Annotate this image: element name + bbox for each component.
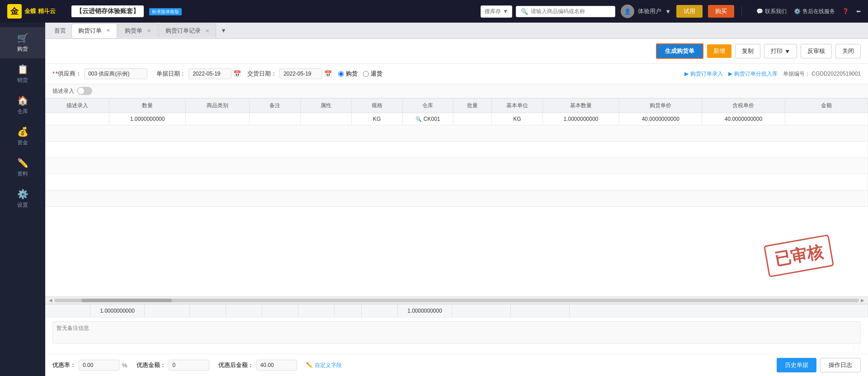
- trial-button[interactable]: 试用: [676, 5, 703, 18]
- warehouse-search-icon[interactable]: 🔍: [415, 116, 422, 122]
- sidebar: 🛒 购货 📋 销货 🏠 仓库 💰 资金 ✏️ 资料 ⚙️ 设置: [0, 23, 45, 376]
- quick-actions: ▶ 购货订单录入 ▶ 购货订单分批入库 单据编号： CGDD2022051900…: [684, 70, 861, 78]
- discount-rate-field: 优惠率： %: [52, 360, 127, 371]
- top-bar: 金 金蝶 精斗云 【云进销存体验账套】 标准版体验版 搜库存 ▼ 🔍 👤 体验用…: [0, 0, 868, 23]
- sidebar-item-warehouse[interactable]: 🏠 仓库: [0, 90, 45, 121]
- cell-warehouse[interactable]: 🔍 CK001: [402, 113, 453, 125]
- purchase-icon: 🛒: [17, 33, 28, 43]
- sidebar-item-label-finance: 资金: [17, 139, 28, 147]
- sum-cell-bqty: 1.0000000000: [398, 305, 452, 317]
- toggle-switch[interactable]: [77, 87, 92, 95]
- tab-purchase-order-record[interactable]: 购货订单记录 ✕: [159, 24, 216, 38]
- search-input-wrap: 🔍: [516, 6, 615, 17]
- discount-rate-input[interactable]: [79, 360, 119, 371]
- tab-close-purchase-goods[interactable]: ✕: [147, 28, 151, 34]
- radio-purchase[interactable]: 购货: [338, 70, 358, 78]
- quick-btn-entry[interactable]: ▶ 购货订单录入: [684, 70, 723, 78]
- custom-field-link[interactable]: ✏️ 自定义字段: [306, 362, 342, 369]
- sum-cell-wh: [298, 305, 335, 317]
- cell-unit-price[interactable]: 40.0000000000: [619, 113, 702, 125]
- scroll-thumb[interactable]: [81, 299, 172, 302]
- back-icon: ⬅: [856, 8, 861, 14]
- col-spec: 规格: [351, 99, 402, 113]
- tab-bar: 首页 购货订单 ✕ 购货单 ✕ 购货订单记录 ✕ ▼: [45, 23, 868, 39]
- cell-base-qty[interactable]: 1.0000000000: [542, 113, 619, 125]
- tab-home[interactable]: 首页: [50, 24, 71, 38]
- sidebar-item-sales[interactable]: 📋 销货: [0, 58, 45, 90]
- new-button[interactable]: 新增: [707, 44, 731, 58]
- discount-amount-input[interactable]: [169, 360, 209, 371]
- table-row-empty-2: [46, 142, 868, 158]
- sidebar-item-purchase[interactable]: 🛒 购货: [0, 27, 45, 58]
- col-attr: 属性: [301, 99, 352, 113]
- cell-desc[interactable]: [46, 113, 109, 125]
- buy-button[interactable]: 购买: [708, 5, 734, 18]
- remarks-input[interactable]: [52, 321, 861, 344]
- cell-base-unit[interactable]: KG: [491, 113, 542, 125]
- table-row-empty-1: [46, 125, 868, 142]
- delivery-date-calendar-icon[interactable]: 📅: [324, 70, 332, 77]
- search-area: 搜库存 ▼ 🔍: [481, 5, 615, 18]
- scroll-right-arrow[interactable]: ▶: [859, 298, 866, 303]
- cell-attr[interactable]: [301, 113, 352, 125]
- sidebar-item-finance[interactable]: 💰 资金: [0, 121, 45, 152]
- cell-qty[interactable]: 1.0000000000: [109, 113, 186, 125]
- scroll-left-arrow[interactable]: ◀: [47, 298, 54, 303]
- col-amount: 金额: [785, 99, 868, 113]
- tab-purchase-order[interactable]: 购货订单 ✕: [71, 24, 117, 38]
- history-button[interactable]: 历史单据: [777, 358, 816, 372]
- toolbar: 生成购货单 新增 复制 打印 ▼ 反审核 关闭: [45, 39, 868, 64]
- sum-cell-uprice: [452, 305, 511, 317]
- cell-remark[interactable]: [250, 113, 301, 125]
- col-qty: 数量: [109, 99, 186, 113]
- supplier-label: *供应商：: [52, 70, 81, 78]
- contact-link[interactable]: 💬 联系我们: [756, 8, 787, 15]
- tab-purchase-goods[interactable]: 购货单 ✕: [118, 24, 158, 38]
- delivery-date-label: 交货日期：: [247, 70, 277, 78]
- back-link[interactable]: ⬅: [856, 8, 861, 14]
- tab-close-purchase-order[interactable]: ✕: [106, 28, 110, 33]
- tab-more-btn[interactable]: ▼: [217, 24, 230, 37]
- generate-purchase-btn[interactable]: 生成购货单: [656, 43, 703, 59]
- service-link[interactable]: ⚙️ 售后在线服务: [794, 8, 835, 15]
- table-wrapper: 描述录入 数量 商品类别 备注 属性 规格 仓库 批量 基本单位: [45, 98, 868, 296]
- h-scrollbar[interactable]: ◀ ▶: [45, 296, 868, 304]
- after-discount-input[interactable]: [256, 360, 297, 371]
- cell-batch[interactable]: [453, 113, 492, 125]
- table-area: 描述录入 描述录入 数量: [45, 84, 868, 317]
- search-warehouse-btn[interactable]: 搜库存 ▼: [481, 5, 512, 18]
- close-button[interactable]: 关闭: [835, 44, 861, 58]
- supplier-input[interactable]: [84, 68, 147, 79]
- print-button[interactable]: 打印 ▼: [764, 44, 797, 58]
- help-link[interactable]: ❓: [842, 8, 849, 14]
- doc-date-calendar-icon[interactable]: 📅: [233, 70, 241, 77]
- cell-spec[interactable]: KG: [351, 113, 402, 125]
- cell-amount[interactable]: [785, 113, 868, 125]
- sidebar-item-material[interactable]: ✏️ 资料: [0, 152, 45, 183]
- radio-return[interactable]: 退货: [363, 70, 382, 78]
- play2-icon: ▶: [728, 71, 732, 77]
- search-icon: 🔍: [521, 8, 528, 15]
- copy-button[interactable]: 复制: [735, 44, 760, 58]
- delivery-date-field: 交货日期： 📅: [247, 68, 329, 79]
- search-input[interactable]: [531, 8, 610, 14]
- delivery-date-input[interactable]: [279, 68, 322, 79]
- cell-category[interactable]: [186, 113, 250, 125]
- unreview-button[interactable]: 反审核: [801, 44, 832, 58]
- sidebar-item-settings[interactable]: ⚙️ 设置: [0, 183, 45, 214]
- toggle-knob: [78, 88, 84, 94]
- scroll-track[interactable]: [54, 299, 859, 302]
- doc-date-label: 单据日期：: [156, 70, 186, 78]
- doc-date-input[interactable]: [189, 68, 231, 79]
- cell-tax-price[interactable]: 40.0000000000: [702, 113, 785, 125]
- sum-cell-spec: [262, 305, 298, 317]
- oplog-button[interactable]: 操作日志: [820, 358, 861, 372]
- quick-btn-batch[interactable]: ▶ 购货订单分批入库: [728, 70, 778, 78]
- table-row-empty-3: [46, 158, 868, 174]
- remarks-resize-handle[interactable]: ⋮⋮: [52, 345, 861, 350]
- table-row: 1.0000000000 KG 🔍 CK001: [46, 113, 868, 125]
- tab-close-purchase-order-record[interactable]: ✕: [205, 28, 209, 34]
- discount-amount-field: 优惠金额：: [137, 360, 209, 371]
- doc-date-input-wrap: 📅: [189, 68, 238, 79]
- footer-buttons: 历史单据 操作日志: [777, 358, 861, 372]
